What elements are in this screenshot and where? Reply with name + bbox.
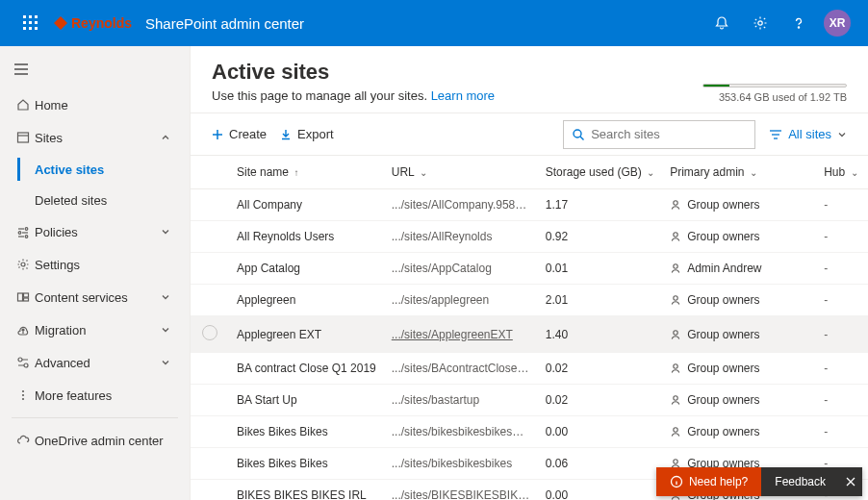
cell-site-name[interactable]: Applegreen EXT (229, 316, 384, 353)
table-row[interactable]: Bikes Bikes Bikes.../sites/bikesbikesbik… (191, 416, 868, 448)
row-select[interactable] (191, 416, 229, 448)
app-title: SharePoint admin center (145, 15, 304, 32)
svg-point-30 (22, 398, 24, 400)
close-icon[interactable] (839, 467, 862, 496)
row-select[interactable] (191, 448, 229, 480)
more-icon (12, 388, 35, 402)
sites-table: Site name ↑ URL ⌄ Storage used (GB) ⌄ Pr… (191, 156, 868, 500)
cell-site-name[interactable]: BIKES BIKES BIKES IRL (229, 480, 384, 501)
cell-url[interactable]: .../sites/ApplegreenEXT (384, 316, 538, 353)
create-button[interactable]: Create (212, 127, 267, 141)
nav-advanced[interactable]: Advanced (0, 346, 190, 379)
page-title: Active sites (212, 60, 495, 85)
table-row[interactable]: App Catalog.../sites/AppCatalog0.01Admin… (191, 253, 868, 285)
nav-toggle-icon[interactable] (0, 50, 42, 88)
cell-storage: 0.00 (538, 480, 662, 501)
nav-settings[interactable]: Settings (0, 248, 190, 281)
cell-hub: - (816, 416, 868, 448)
cell-url[interactable]: .../sites/AllCompany.958571.bibczpuf (384, 189, 538, 221)
table-row[interactable]: BA contract Close Q1 2019.../sites/BAcon… (191, 353, 868, 385)
learn-more-link[interactable]: Learn more (431, 88, 495, 103)
cell-storage: 0.06 (538, 448, 662, 480)
cell-admin[interactable]: Group owners (662, 353, 816, 385)
user-avatar[interactable]: XR (818, 0, 856, 46)
nav-home[interactable]: Home (0, 88, 190, 121)
table-row[interactable]: Applegreen EXT.../sites/ApplegreenEXT1.4… (191, 316, 868, 353)
feedback-button[interactable]: Feedback (761, 467, 839, 496)
person-icon (670, 394, 681, 406)
help-icon[interactable] (779, 0, 818, 46)
cell-hub: - (816, 353, 868, 385)
export-button[interactable]: Export (280, 127, 334, 141)
cell-storage: 2.01 (538, 285, 662, 316)
cell-url[interactable]: .../sites/AllReynolds (384, 221, 538, 253)
cell-admin[interactable]: Group owners (662, 316, 816, 353)
col-storage[interactable]: Storage used (GB) ⌄ (538, 156, 662, 189)
cell-admin[interactable]: Admin Andrew (662, 253, 816, 285)
view-filter[interactable]: All sites (769, 127, 847, 141)
app-launcher-icon[interactable] (12, 0, 50, 46)
cell-site-name[interactable]: All Company (229, 189, 384, 221)
svg-rect-2 (35, 15, 38, 18)
nav-policies[interactable]: Policies (0, 215, 190, 248)
cell-url[interactable]: .../sites/bikesbikesbikes (384, 448, 538, 480)
cell-site-name[interactable]: App Catalog (229, 253, 384, 285)
cell-hub: - (816, 253, 868, 285)
cell-admin[interactable]: Group owners (662, 385, 816, 416)
person-icon (670, 262, 681, 274)
col-primary-admin[interactable]: Primary admin ⌄ (662, 156, 816, 189)
chevron-down-icon (161, 325, 178, 335)
svg-point-29 (22, 394, 24, 396)
nav-content-services[interactable]: Content services (0, 281, 190, 313)
nav-sites[interactable]: Sites (0, 121, 190, 154)
row-select[interactable] (191, 189, 229, 221)
cell-url[interactable]: .../sites/bastartup (384, 385, 538, 416)
cell-site-name[interactable]: BA Start Up (229, 385, 384, 416)
cell-url[interactable]: .../sites/BAcontractCloseQ12019 (384, 353, 538, 385)
nav-onedrive-admin[interactable]: OneDrive admin center (0, 424, 190, 457)
chevron-down-icon (161, 358, 178, 367)
nav-more-features[interactable]: More features (0, 379, 190, 412)
cell-hub: - (816, 189, 868, 221)
row-select[interactable] (191, 221, 229, 253)
nav-deleted-sites[interactable]: Deleted sites (0, 185, 190, 215)
cell-url[interactable]: .../sites/BIKESBIKESBIKESIRL (384, 480, 538, 501)
col-hub[interactable]: Hub ⌄ (816, 156, 868, 189)
cell-admin[interactable]: Group owners (662, 285, 816, 316)
nav-active-sites[interactable]: Active sites (0, 154, 190, 185)
checkbox-icon[interactable] (202, 325, 217, 340)
cell-site-name[interactable]: Applegreen (229, 285, 384, 316)
row-select[interactable] (191, 285, 229, 316)
col-url[interactable]: URL ⌄ (384, 156, 538, 189)
cell-storage: 0.92 (538, 221, 662, 253)
cell-site-name[interactable]: BA contract Close Q1 2019 (229, 353, 384, 385)
search-input-wrapper[interactable] (563, 120, 755, 149)
cell-url[interactable]: .../sites/bikesbikesbikes366 (384, 416, 538, 448)
nav-migration[interactable]: Migration (0, 313, 190, 346)
cell-admin[interactable]: Group owners (662, 416, 816, 448)
col-site-name[interactable]: Site name ↑ (229, 156, 384, 189)
cell-admin[interactable]: Group owners (662, 189, 816, 221)
row-select[interactable] (191, 253, 229, 285)
cell-url[interactable]: .../sites/applegreen (384, 285, 538, 316)
row-select[interactable] (191, 353, 229, 385)
cell-site-name[interactable]: Bikes Bikes Bikes (229, 416, 384, 448)
notifications-icon[interactable] (702, 0, 741, 46)
sites-table-wrapper[interactable]: Site name ↑ URL ⌄ Storage used (GB) ⌄ Pr… (191, 156, 868, 500)
table-row[interactable]: BA Start Up.../sites/bastartup0.02Group … (191, 385, 868, 416)
row-select[interactable] (191, 480, 229, 501)
row-select[interactable] (191, 385, 229, 416)
cell-site-name[interactable]: All Reynolds Users (229, 221, 384, 253)
cell-admin[interactable]: Group owners (662, 221, 816, 253)
table-row[interactable]: All Company.../sites/AllCompany.958571.b… (191, 189, 868, 221)
cell-url[interactable]: .../sites/AppCatalog (384, 253, 538, 285)
table-row[interactable]: Applegreen.../sites/applegreen2.01Group … (191, 285, 868, 316)
chevron-down-icon: ⌄ (420, 167, 427, 178)
need-help-button[interactable]: Need help? (656, 467, 761, 496)
settings-icon[interactable] (741, 0, 779, 46)
cell-site-name[interactable]: Bikes Bikes Bikes (229, 448, 384, 480)
search-input[interactable] (591, 127, 753, 141)
chevron-down-icon (161, 292, 178, 302)
row-select[interactable] (191, 316, 229, 353)
table-row[interactable]: All Reynolds Users.../sites/AllReynolds0… (191, 221, 868, 253)
